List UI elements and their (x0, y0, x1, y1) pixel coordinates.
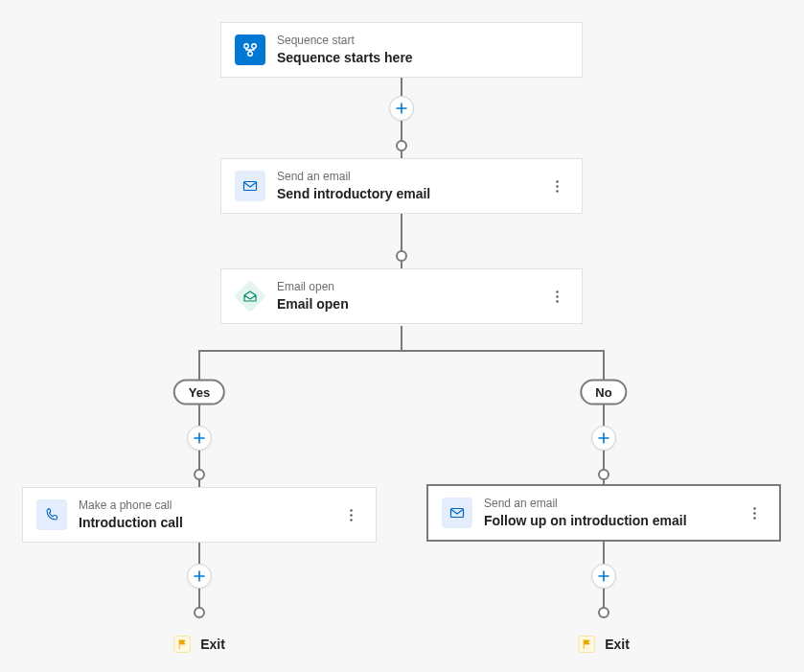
connector-dot (396, 250, 407, 262)
svg-point-12 (350, 519, 352, 521)
node-title: Follow up on introduction email (484, 512, 743, 531)
add-step-button[interactable] (591, 426, 616, 451)
node-type-label: Send an email (484, 496, 743, 512)
exit-label: Exit (605, 637, 630, 652)
send-email-node-followup[interactable]: Send an email Follow up on introduction … (426, 484, 781, 542)
sequence-start-node[interactable]: Sequence start Sequence starts here (220, 22, 583, 78)
add-step-button[interactable] (591, 564, 616, 589)
email-icon (442, 498, 472, 528)
more-options-button[interactable] (545, 285, 568, 308)
flag-icon (173, 636, 191, 653)
condition-icon (235, 281, 265, 312)
no-branch-pill[interactable]: No (580, 380, 627, 406)
add-step-button[interactable] (187, 564, 212, 589)
svg-point-8 (556, 295, 558, 297)
send-email-node[interactable]: Send an email Send introductory email (220, 158, 583, 214)
node-title: Email open (277, 295, 545, 314)
svg-point-0 (244, 44, 249, 49)
svg-point-4 (556, 180, 558, 182)
email-icon (235, 171, 265, 201)
svg-point-15 (753, 512, 755, 514)
phone-icon (36, 499, 67, 530)
connector (199, 350, 605, 352)
more-options-button[interactable] (339, 503, 362, 526)
svg-point-11 (350, 514, 352, 516)
svg-point-14 (753, 507, 755, 509)
exit-node[interactable]: Exit (173, 636, 225, 653)
svg-point-2 (248, 52, 253, 57)
connector (401, 326, 402, 352)
exit-node[interactable]: Exit (578, 636, 630, 653)
connector-dot (194, 607, 205, 618)
node-type-label: Sequence start (277, 33, 568, 49)
node-type-label: Email open (277, 279, 545, 295)
svg-point-16 (753, 517, 755, 519)
node-title: Sequence starts here (277, 49, 568, 68)
svg-point-10 (350, 509, 352, 511)
email-open-condition-node[interactable]: Email open Email open (220, 268, 583, 324)
more-options-button[interactable] (743, 501, 766, 524)
flow-icon (235, 35, 265, 65)
node-title: Introduction call (79, 514, 339, 533)
node-title: Send introductory email (277, 185, 545, 204)
flag-icon (578, 636, 595, 653)
phone-call-node[interactable]: Make a phone call Introduction call (22, 487, 377, 543)
connector-dot (598, 607, 609, 618)
connector-dot (396, 140, 407, 151)
svg-point-5 (556, 185, 558, 187)
exit-label: Exit (200, 637, 225, 652)
svg-point-6 (556, 190, 558, 192)
node-type-label: Send an email (277, 169, 545, 185)
svg-point-7 (556, 290, 558, 292)
more-options-button[interactable] (545, 174, 568, 197)
add-step-button[interactable] (389, 96, 414, 121)
connector-dot (598, 469, 609, 480)
svg-point-9 (556, 300, 558, 302)
yes-branch-pill[interactable]: Yes (173, 380, 225, 406)
add-step-button[interactable] (187, 426, 212, 451)
connector-dot (194, 469, 205, 480)
node-type-label: Make a phone call (79, 498, 339, 514)
svg-point-1 (252, 44, 257, 49)
